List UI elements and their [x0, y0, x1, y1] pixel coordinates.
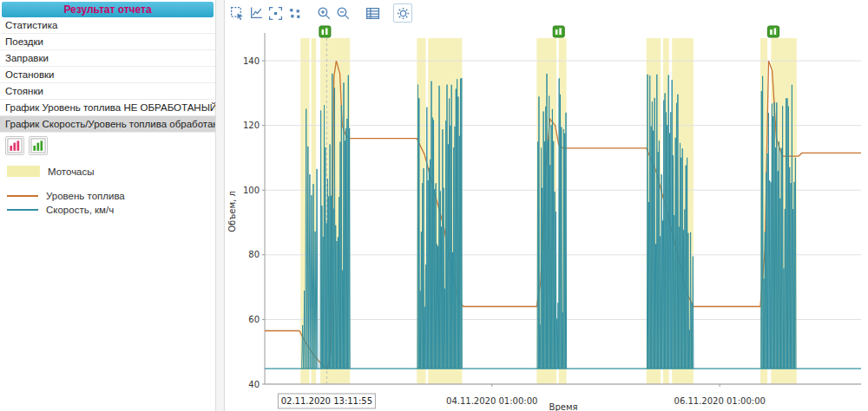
zoom-in-icon[interactable] — [315, 3, 334, 23]
zoom-out-icon[interactable] — [334, 3, 353, 23]
refuel-marker-icon[interactable] — [553, 26, 564, 37]
legend-label: Уровень топлива — [46, 191, 125, 201]
y-tick-label: 140 — [243, 56, 260, 66]
sidebar-item-1[interactable]: Поездки — [0, 34, 215, 50]
sidebar-item-5[interactable]: График Уровень топлива НЕ ОБРАБОТАНЫЙ — [0, 100, 215, 116]
x-tick-label: 06.11.2020 01:00:00 — [674, 396, 766, 406]
legend-swatch — [7, 166, 40, 177]
sidebar-item-2[interactable]: Заправки — [0, 50, 215, 67]
chart-view-buttons — [0, 133, 215, 159]
fuel-speed-chart[interactable]: 40608010012014004.11.2020 01:00:0006.11.… — [225, 24, 868, 411]
legend-label: Моточасы — [48, 166, 95, 177]
legend-label: Скорость, км/ч — [46, 205, 114, 215]
chart-green-icon — [30, 138, 46, 153]
fit-screen-icon[interactable] — [266, 3, 286, 23]
y-tick-label: 120 — [243, 121, 260, 130]
sidebar-item-6[interactable]: График Скорость/Уровень топлива обработа… — [0, 116, 215, 133]
sidebar: Результат отчета СтатистикаПоездкиЗаправ… — [0, 0, 215, 411]
sidebar-item-0[interactable]: Статистика — [0, 17, 215, 34]
x-axis-title: Время — [549, 402, 578, 411]
select-zoom-icon[interactable] — [228, 3, 247, 23]
chart-area: 40608010012014004.11.2020 01:00:0006.11.… — [225, 0, 868, 411]
legend-item-0: Моточасы — [7, 166, 208, 177]
y-tick-label: 80 — [248, 250, 260, 259]
legend-item-2: Скорость, км/ч — [7, 205, 208, 215]
report-menu: СтатистикаПоездкиЗаправкиОстановкиСтоянк… — [0, 17, 215, 133]
x-tick-label: 04.11.2020 01:00:00 — [446, 396, 537, 406]
data-table-icon[interactable] — [364, 3, 383, 23]
chart-red-icon — [7, 138, 23, 153]
settings-icon[interactable] — [393, 3, 412, 23]
sidebar-item-4[interactable]: Стоянки — [0, 83, 215, 100]
chart-legend: МоточасыУровень топливаСкорость, км/ч — [0, 159, 215, 215]
chart-red-button[interactable] — [5, 136, 24, 155]
speed-spikes — [302, 74, 796, 369]
legend-item-1: Уровень топлива — [7, 191, 208, 201]
report-result-header: Результат отчета — [2, 2, 214, 17]
markers-icon[interactable] — [286, 3, 305, 23]
y-tick-label: 100 — [243, 186, 260, 195]
legend-swatch — [7, 195, 38, 197]
refuel-marker-icon[interactable] — [768, 26, 779, 37]
y-tick-label: 60 — [248, 315, 260, 324]
chart-svg[interactable]: 40608010012014004.11.2020 01:00:0006.11.… — [225, 24, 868, 411]
sidebar-item-3[interactable]: Остановки — [0, 67, 215, 83]
sidebar-splitter[interactable] — [215, 0, 225, 411]
app-root: Результат отчета СтатистикаПоездкиЗаправ… — [0, 0, 868, 411]
x-cursor-tooltip: 02.11.2020 13:11:55 — [278, 394, 375, 408]
svg-text:02.11.2020 13:11:55: 02.11.2020 13:11:55 — [281, 396, 372, 406]
refuel-marker-icon[interactable] — [319, 26, 331, 37]
y-axis-title: Объем, л — [227, 191, 237, 232]
chart-line-icon[interactable] — [247, 3, 266, 23]
chart-toolbar — [225, 0, 868, 24]
legend-swatch — [7, 209, 38, 211]
y-tick-label: 40 — [248, 380, 260, 389]
chart-green-button[interactable] — [29, 136, 48, 155]
